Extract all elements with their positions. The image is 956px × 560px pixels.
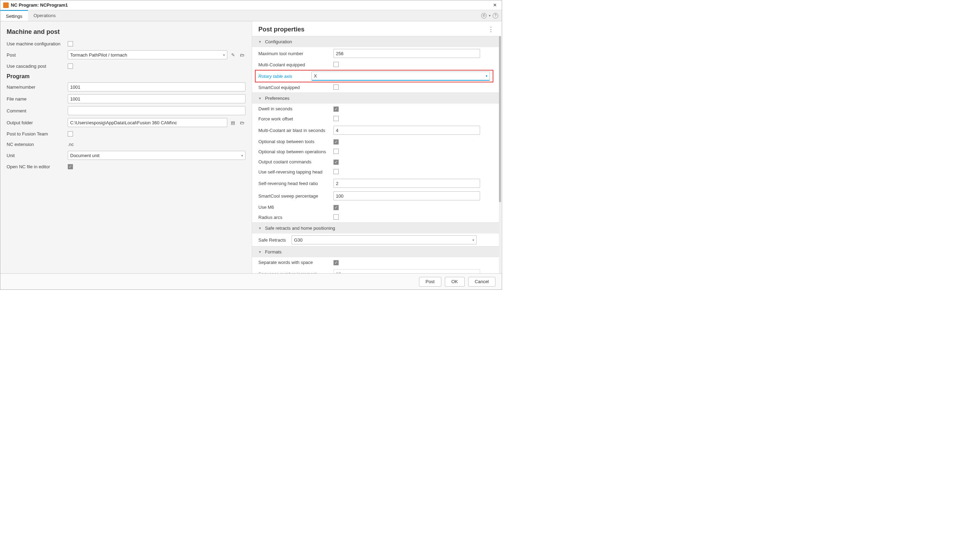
file-name-label: File name xyxy=(6,96,68,102)
tabbar: Settings Operations ✆ ▾ ? xyxy=(0,10,502,21)
opt-stop-ops-label: Optional stop between operations xyxy=(258,149,333,154)
opt-stop-ops-checkbox[interactable] xyxy=(333,149,339,154)
rotary-axis-label: Rotary table axis xyxy=(258,74,311,79)
group-safe-retracts[interactable]: ▼ Safe retracts and home positioning xyxy=(252,222,499,234)
chevron-down-icon: ▾ xyxy=(223,53,225,57)
chevron-down-icon: ▼ xyxy=(258,97,261,100)
opt-stop-tools-label: Optional stop between tools xyxy=(258,139,333,144)
self-rev-head-label: Use self-reversing tapping head xyxy=(258,169,333,175)
tab-operations[interactable]: Operations xyxy=(28,10,61,21)
self-rev-head-checkbox[interactable] xyxy=(333,169,339,174)
post-select-value: Tormach PathPilot / tormach xyxy=(70,52,127,58)
mc-air-blast-input[interactable] xyxy=(333,126,480,135)
radius-arcs-label: Radius arcs xyxy=(258,215,333,220)
nc-program-dialog: NC Program: NCProgram1 ✕ Settings Operat… xyxy=(0,0,502,290)
smartcool-sweep-label: SmartCool sweep percentage xyxy=(258,193,333,199)
window-title: NC Program: NCProgram1 xyxy=(11,2,491,8)
comment-label: Comment xyxy=(6,108,68,113)
safe-retracts-value: G30 xyxy=(294,238,303,243)
nc-extension-label: NC extension xyxy=(6,142,68,147)
unit-label: Unit xyxy=(6,153,68,158)
post-fusion-team-label: Post to Fusion Team xyxy=(6,131,68,137)
cancel-button[interactable]: Cancel xyxy=(468,277,495,286)
radius-arcs-checkbox[interactable] xyxy=(333,214,339,220)
group-formats[interactable]: ▼ Formats xyxy=(252,246,499,257)
rotary-axis-row: Rotary table axis X ▾ xyxy=(255,70,493,82)
rotary-axis-value: X xyxy=(314,73,317,79)
output-folder-input[interactable] xyxy=(68,118,227,127)
group-configuration-label: Configuration xyxy=(265,39,292,44)
opt-stop-tools-checkbox[interactable] xyxy=(333,139,339,145)
left-pane: Machine and post Use machine configurati… xyxy=(0,21,252,274)
properties-scroll[interactable]: ▼ Configuration Maximum tool number Mult… xyxy=(252,36,502,274)
safe-retracts-label: Safe Retracts xyxy=(258,238,292,243)
edit-post-icon[interactable]: ✎ xyxy=(230,51,236,58)
post-properties-title: Post properties xyxy=(258,26,486,33)
kebab-menu-icon[interactable]: ⋮ xyxy=(486,25,495,33)
chevron-down-icon: ▾ xyxy=(486,74,487,78)
dwell-checkbox[interactable] xyxy=(333,107,339,112)
scrollbar-thumb[interactable] xyxy=(499,36,501,202)
separate-words-label: Separate words with space xyxy=(258,260,333,265)
use-cascading-label: Use cascading post xyxy=(6,63,68,69)
comment-input[interactable] xyxy=(68,106,245,115)
folder-open-icon[interactable]: 🗁 xyxy=(239,119,245,126)
right-pane: Post properties ⋮ ▼ Configuration Maximu… xyxy=(252,21,502,274)
unit-select[interactable]: Document unit ▾ xyxy=(68,151,245,160)
force-work-offset-checkbox[interactable] xyxy=(333,116,339,121)
smartcool-sweep-input[interactable] xyxy=(333,191,480,200)
use-m6-checkbox[interactable] xyxy=(333,205,339,210)
chevron-down-icon: ▾ xyxy=(241,154,243,157)
post-fusion-team-checkbox[interactable] xyxy=(68,131,73,137)
mc-air-blast-label: Multi-Coolant air blast in seconds xyxy=(258,128,333,133)
group-formats-label: Formats xyxy=(265,249,282,255)
chevron-down-icon: ▼ xyxy=(258,227,261,230)
self-rev-ratio-label: Self-reversing head feed ratio xyxy=(258,181,333,186)
post-label: Post xyxy=(6,52,68,58)
seq-num-inc-input[interactable] xyxy=(333,269,480,274)
separate-words-checkbox[interactable] xyxy=(333,260,339,265)
name-number-input[interactable] xyxy=(68,82,245,91)
tab-settings[interactable]: Settings xyxy=(0,10,28,21)
use-m6-label: Use M6 xyxy=(258,204,333,210)
post-button[interactable]: Post xyxy=(419,277,441,286)
post-select[interactable]: Tormach PathPilot / tormach ▾ xyxy=(68,50,227,59)
open-nc-editor-checkbox[interactable] xyxy=(68,164,73,169)
group-preferences-label: Preferences xyxy=(265,96,289,101)
name-number-label: Name/number xyxy=(6,85,68,90)
close-icon[interactable]: ✕ xyxy=(491,2,499,8)
help-icon[interactable]: ? xyxy=(493,13,498,19)
group-preferences[interactable]: ▼ Preferences xyxy=(252,93,499,104)
heading-machine-post: Machine and post xyxy=(0,25,252,38)
heading-program: Program xyxy=(0,71,252,81)
scrollbar[interactable] xyxy=(499,36,501,274)
use-machine-config-checkbox[interactable] xyxy=(68,41,73,46)
output-folder-label: Output folder xyxy=(6,120,68,125)
safe-retracts-select[interactable]: G30 ▾ xyxy=(292,235,476,244)
max-tool-number-label: Maximum tool number xyxy=(258,51,333,56)
self-rev-ratio-input[interactable] xyxy=(333,179,480,188)
force-work-offset-label: Force work offset xyxy=(258,116,333,121)
group-configuration[interactable]: ▼ Configuration xyxy=(252,36,499,47)
chevron-down-icon: ▼ xyxy=(258,40,261,44)
output-coolant-checkbox[interactable] xyxy=(333,160,339,165)
unit-select-value: Document unit xyxy=(70,153,99,158)
seq-num-inc-label: Sequence number increment xyxy=(258,271,333,274)
ok-button[interactable]: OK xyxy=(445,277,465,286)
rotary-axis-select[interactable]: X ▾ xyxy=(311,72,490,81)
file-name-input[interactable] xyxy=(68,94,245,103)
content: Machine and post Use machine configurati… xyxy=(0,21,502,274)
open-explorer-icon[interactable]: ▤ xyxy=(230,119,236,126)
max-tool-number-input[interactable] xyxy=(333,49,480,58)
dialog-footer: Post OK Cancel xyxy=(0,274,502,289)
use-machine-config-label: Use machine configuration xyxy=(6,41,68,46)
output-coolant-label: Output coolant commands xyxy=(258,159,333,164)
folder-open-icon[interactable]: 🗁 xyxy=(239,51,245,58)
chevron-down-icon: ▾ xyxy=(472,238,474,242)
group-safe-retracts-label: Safe retracts and home positioning xyxy=(265,225,335,231)
chevron-down-icon[interactable]: ▾ xyxy=(489,14,491,17)
smartcool-checkbox[interactable] xyxy=(333,85,339,90)
use-cascading-checkbox[interactable] xyxy=(68,63,73,69)
multi-coolant-checkbox[interactable] xyxy=(333,62,339,67)
phone-icon[interactable]: ✆ xyxy=(481,13,487,19)
